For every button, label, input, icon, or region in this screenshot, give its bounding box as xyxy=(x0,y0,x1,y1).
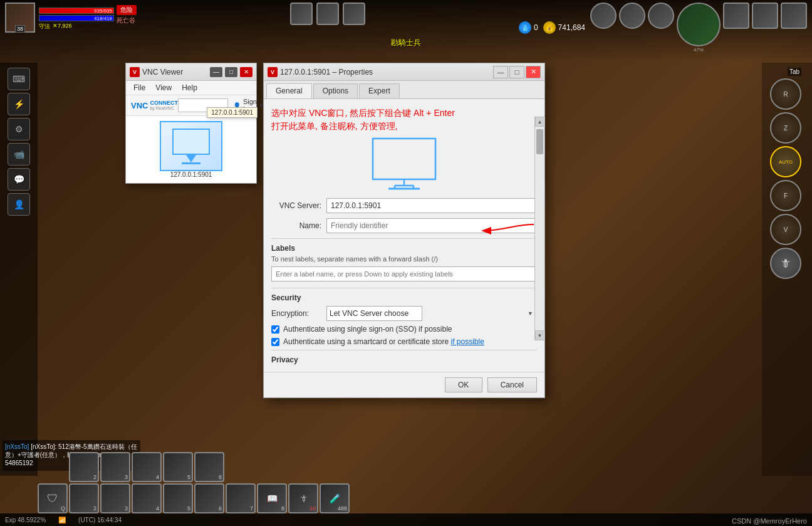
dialog-body-wrapper: 选中对应 VNC窗口, 然后按下组合键 Alt + Enter 打开此菜单, 备… xyxy=(264,99,544,372)
gold-resource: 💰 741,684 xyxy=(543,21,585,34)
properties-minimize-btn[interactable]: — xyxy=(493,66,508,78)
hud-skill-4[interactable] xyxy=(723,3,749,29)
currency-resource: 💧 0 xyxy=(519,21,538,34)
skill-slot-2[interactable]: 2 xyxy=(69,452,99,482)
privacy-header: Privacy xyxy=(271,355,537,364)
skill-slot-2b[interactable]: 2 xyxy=(69,483,99,513)
action-btn-auto[interactable]: AUTO xyxy=(770,146,801,177)
tab-general[interactable]: General xyxy=(266,83,312,98)
dialog-scrollbar[interactable]: ▲ ▼ xyxy=(534,117,544,340)
name-label: Name: xyxy=(271,221,321,230)
vnc-viewer-controls: — □ ✕ xyxy=(210,67,252,77)
sidebar-icon-flash[interactable]: ⚡ xyxy=(8,93,30,115)
sidebar-icon-keyboard[interactable]: ⌨ xyxy=(8,68,30,90)
hud-right-icons: 47% xyxy=(590,3,807,53)
vnc-maximize-btn[interactable]: □ xyxy=(225,67,237,77)
skill-slot-9b[interactable]: 🗡 10 xyxy=(288,483,318,513)
sidebar-icon-settings[interactable]: ⚙ xyxy=(8,118,30,140)
vnc-by-label: by RealVNC xyxy=(150,106,178,110)
vnc-server-label: VNC Server: xyxy=(271,201,321,210)
sidebar-icon-chat[interactable]: 💬 xyxy=(8,168,30,191)
tab-expert[interactable]: Expert xyxy=(359,83,400,98)
hud-skill-5[interactable] xyxy=(752,3,778,29)
mp-text: 418/418 xyxy=(94,16,112,22)
action-btn-skill[interactable]: 🗡 xyxy=(770,248,801,279)
csdn-watermark: CSDN @MemroyErHero xyxy=(732,517,807,525)
hud-skill-6[interactable] xyxy=(781,3,807,29)
skill-slot-6[interactable]: 6 xyxy=(194,452,224,482)
action-btn-z[interactable]: Z xyxy=(770,112,801,144)
action-btn-v[interactable]: V xyxy=(770,214,801,245)
game-sidebar-left: ⌨ ⚡ ⚙ 📹 💬 👤 xyxy=(0,63,38,476)
sidebar-icon-video[interactable]: 📹 xyxy=(8,143,30,166)
thumb-monitor xyxy=(172,129,210,164)
sso-checkbox[interactable] xyxy=(271,325,279,334)
smartcard-checkbox[interactable] xyxy=(271,338,279,346)
vnc-thumbnail-wrapper: 127.0.0.1:5901 127.0.0.1:5901 xyxy=(131,121,251,178)
skill-slot-3b[interactable]: 3 xyxy=(100,483,130,513)
skill-slot-4[interactable]: 4 xyxy=(132,452,162,482)
class-text: 守法 xyxy=(39,23,50,31)
privacy-section: Privacy xyxy=(271,350,537,364)
player-avatar: 38 xyxy=(5,3,35,33)
skill-slot-3[interactable]: 3 xyxy=(100,452,130,482)
thumb-stand xyxy=(186,155,196,162)
menu-help[interactable]: Help xyxy=(177,82,202,93)
name-row: Name: xyxy=(271,218,537,233)
vnc-minimize-btn[interactable]: — xyxy=(210,67,222,77)
skill-icon-1[interactable] xyxy=(290,3,313,25)
skill-slot-6b[interactable]: 6 xyxy=(194,483,224,513)
action-btn-r[interactable]: R xyxy=(770,78,801,110)
vnc-thumbnail-image[interactable] xyxy=(160,121,222,171)
cancel-button[interactable]: Cancel xyxy=(487,377,537,392)
player-stats: 38 935/935 418/418 守法 ✕7,926 xyxy=(5,3,114,33)
vnc-tooltip: 127.0.0.1:5901 xyxy=(207,107,258,118)
properties-maximize-btn[interactable]: □ xyxy=(509,66,524,78)
dialog-body: 选中对应 VNC窗口, 然后按下组合键 Alt + Enter 打开此菜单, 备… xyxy=(264,99,544,372)
encryption-select[interactable]: Let VNC Server choose xyxy=(326,306,422,321)
scroll-thumb[interactable] xyxy=(536,129,543,154)
skill-row-bottom: 2 3 4 5 6 7 📖 8 🗡 10 🧪 488 xyxy=(69,483,350,513)
properties-controls: — □ ✕ xyxy=(493,66,541,78)
hp-text: 935/935 xyxy=(94,8,112,14)
properties-close-btn[interactable]: ✕ xyxy=(526,66,541,78)
skill-slot-q[interactable]: 🛡 Q xyxy=(38,483,68,513)
smartcard-link[interactable]: if possible xyxy=(450,337,484,346)
gear-icon-2[interactable] xyxy=(619,3,645,29)
sso-label: Authenticate using single sign-on (SSO) … xyxy=(283,325,452,334)
skill-slot-8b[interactable]: 📖 8 xyxy=(257,483,287,513)
sidebar-icon-user[interactable]: 👤 xyxy=(8,193,30,216)
tab-label: Tab xyxy=(788,68,801,76)
action-btn-f[interactable]: F xyxy=(770,180,801,211)
gear-icon-3[interactable] xyxy=(648,3,674,29)
security-header: Security xyxy=(271,293,537,302)
menu-file[interactable]: File xyxy=(128,82,150,93)
ok-button[interactable]: OK xyxy=(445,377,482,392)
menu-view[interactable]: View xyxy=(150,82,177,93)
hp-bar: 935/935 xyxy=(39,8,114,14)
encryption-label: Encryption: xyxy=(271,309,321,318)
name-input[interactable] xyxy=(326,218,537,233)
properties-titlebar: V 127.0.0.1:5901 – Properties — □ ✕ xyxy=(264,63,544,81)
skill-icon-2[interactable] xyxy=(316,3,339,25)
vnc-close-btn[interactable]: ✕ xyxy=(240,67,252,77)
skill-icon-3[interactable] xyxy=(343,3,365,25)
label-input[interactable] xyxy=(271,266,537,281)
status-badges: 危险 死亡谷 xyxy=(117,5,137,25)
vnc-server-input[interactable] xyxy=(326,198,537,213)
death-zone: 死亡谷 xyxy=(117,16,137,25)
skill-slot-4b[interactable]: 4 xyxy=(132,483,162,513)
skill-slot-7b[interactable]: 7 xyxy=(226,483,256,513)
scroll-up-btn[interactable]: ▲ xyxy=(535,117,545,127)
scroll-down-btn[interactable]: ▼ xyxy=(535,330,545,340)
game-info-bar: Exp 48.5922% 📶 (UTC) 16:44:34 CSDN @Memr… xyxy=(0,513,812,526)
labels-header: Labels xyxy=(271,238,537,253)
vnc-viewer-body: 127.0.0.1:5901 127.0.0.1:5901 xyxy=(126,116,256,183)
skill-slot-5[interactable]: 5 xyxy=(163,452,193,482)
skill-slot-5b[interactable]: 5 xyxy=(163,483,193,513)
annotation-text: 选中对应 VNC窗口, 然后按下组合键 Alt + Enter 打开此菜单, 备… xyxy=(271,107,537,133)
tab-options[interactable]: Options xyxy=(313,83,358,98)
gear-icon-1[interactable] xyxy=(590,3,617,29)
skill-slot-10b[interactable]: 🧪 488 xyxy=(320,483,350,513)
vnc-logo-inline: VNC CONNECT by RealVNC xyxy=(131,100,178,110)
